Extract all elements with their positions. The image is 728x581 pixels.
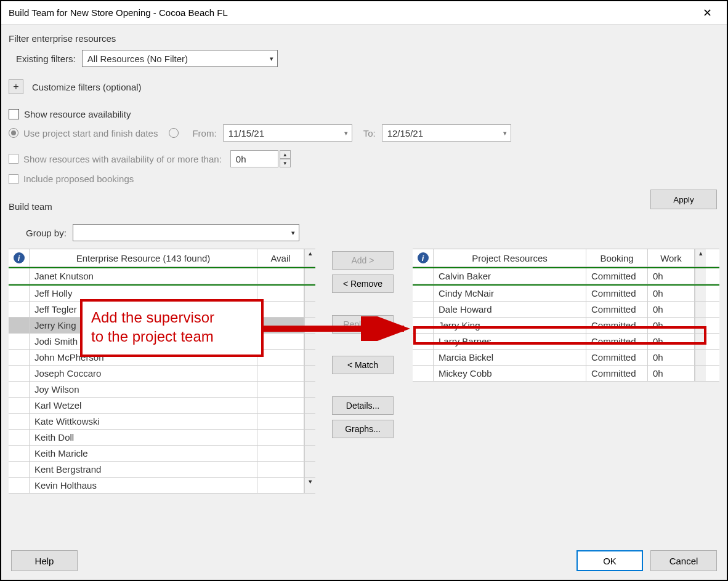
row-icon-cell bbox=[413, 302, 434, 317]
project-resource-name: Jerry King bbox=[434, 318, 586, 333]
table-row[interactable]: Marcia BickelCommitted0h bbox=[413, 350, 719, 366]
scrollbar-track[interactable] bbox=[695, 334, 706, 349]
project-resource-name: Calvin Baker bbox=[434, 268, 586, 284]
availability-threshold-input[interactable]: 0h bbox=[230, 150, 278, 167]
info-icon[interactable]: i bbox=[9, 249, 30, 266]
scrollbar-up-icon[interactable]: ▴ bbox=[695, 249, 706, 266]
scrollbar-track[interactable] bbox=[695, 366, 706, 381]
group-by-dropdown[interactable]: ▾ bbox=[73, 224, 299, 241]
close-button[interactable]: ✕ bbox=[695, 6, 719, 20]
column-enterprise-resource[interactable]: Enterprise Resource (143 found) bbox=[30, 249, 257, 266]
scrollbar-track[interactable] bbox=[304, 430, 315, 445]
work-value: 0h bbox=[648, 318, 695, 333]
row-icon-cell bbox=[9, 334, 30, 349]
table-row[interactable]: Kevin Holthaus▾ bbox=[9, 478, 315, 494]
scrollbar[interactable] bbox=[304, 268, 315, 284]
cancel-button[interactable]: Cancel bbox=[650, 550, 717, 571]
scrollbar-track[interactable] bbox=[304, 286, 315, 301]
availability-threshold-checkbox[interactable] bbox=[9, 154, 18, 164]
scrollbar-track[interactable] bbox=[304, 366, 315, 381]
scrollbar-track[interactable] bbox=[304, 462, 315, 477]
table-row[interactable]: Joseph Coccaro bbox=[9, 366, 315, 382]
scrollbar-track[interactable] bbox=[304, 414, 315, 429]
table-row[interactable]: Dale HowardCommitted0h bbox=[413, 302, 719, 318]
availability-threshold-spinner[interactable]: ▲▼ bbox=[280, 150, 291, 167]
scrollbar-up-icon[interactable]: ▴ bbox=[304, 249, 315, 266]
scrollbar-track[interactable] bbox=[695, 302, 706, 317]
custom-dates-radio[interactable] bbox=[169, 128, 179, 138]
column-avail[interactable]: Avail bbox=[257, 249, 304, 266]
resource-name: Kent Bergstrand bbox=[30, 462, 257, 477]
table-row[interactable]: Janet Knutson bbox=[9, 268, 315, 284]
row-icon-cell bbox=[413, 350, 434, 365]
row-icon-cell bbox=[9, 382, 30, 397]
chevron-down-icon: ▾ bbox=[344, 129, 348, 137]
table-row[interactable]: Keith Doll bbox=[9, 430, 315, 446]
add-filter-button[interactable]: + bbox=[9, 79, 23, 94]
scrollbar-track[interactable] bbox=[695, 268, 706, 284]
table-row[interactable]: Keith Maricle bbox=[9, 446, 315, 462]
use-project-dates-radio[interactable] bbox=[9, 128, 18, 138]
apply-button[interactable]: Apply bbox=[650, 190, 717, 209]
project-resource-name: Marcia Bickel bbox=[434, 350, 586, 365]
table-row[interactable]: Calvin BakerCommitted0h bbox=[413, 268, 719, 284]
window-title: Build Team for New Store Opening - Cocoa… bbox=[9, 7, 695, 18]
table-row[interactable]: Kate Wittkowski bbox=[9, 414, 315, 430]
availability-threshold-label: Show resources with availability of or m… bbox=[23, 154, 222, 164]
existing-filters-dropdown[interactable]: All Resources (No Filter) ▾ bbox=[82, 50, 278, 67]
work-value: 0h bbox=[648, 366, 695, 381]
scrollbar-track[interactable] bbox=[695, 286, 706, 301]
row-icon-cell bbox=[9, 286, 30, 301]
to-date-input[interactable]: 12/15/21 ▾ bbox=[382, 124, 511, 142]
scrollbar-track[interactable] bbox=[304, 446, 315, 461]
work-value: 0h bbox=[648, 286, 695, 301]
table-row[interactable]: Mickey CobbCommitted0h bbox=[413, 366, 719, 382]
info-icon[interactable]: i bbox=[413, 249, 434, 266]
scrollbar[interactable]: ▾ bbox=[304, 478, 315, 493]
scrollbar-track[interactable] bbox=[304, 382, 315, 397]
scrollbar-track[interactable] bbox=[695, 350, 706, 365]
annotation-callout: Add the supervisor to the project team bbox=[80, 299, 264, 357]
table-row[interactable]: Cindy McNairCommitted0h bbox=[413, 286, 719, 302]
resource-avail bbox=[257, 414, 304, 429]
booking-value: Committed bbox=[586, 334, 648, 349]
row-icon-cell bbox=[9, 398, 30, 413]
row-icon-cell bbox=[9, 414, 30, 429]
row-icon-cell bbox=[9, 302, 30, 317]
from-date-input[interactable]: 11/15/21 ▾ bbox=[223, 124, 352, 142]
project-resource-name: Dale Howard bbox=[434, 302, 586, 317]
row-icon-cell bbox=[9, 446, 30, 461]
column-booking[interactable]: Booking bbox=[586, 249, 648, 266]
details-button[interactable]: Details... bbox=[332, 396, 394, 415]
ok-button[interactable]: OK bbox=[576, 550, 643, 571]
column-work[interactable]: Work bbox=[648, 249, 695, 266]
table-row[interactable]: Jerry KingCommitted0h bbox=[413, 318, 719, 334]
booking-value: Committed bbox=[586, 350, 648, 365]
table-row[interactable]: Larry BarnesCommitted0h bbox=[413, 334, 719, 350]
remove-button[interactable]: < Remove bbox=[332, 274, 394, 293]
resource-avail bbox=[257, 462, 304, 477]
booking-value: Committed bbox=[586, 302, 648, 317]
graphs-button[interactable]: Graphs... bbox=[332, 420, 394, 438]
scrollbar-track[interactable] bbox=[304, 398, 315, 413]
resource-name: Karl Wetzel bbox=[30, 398, 257, 413]
add-button[interactable]: Add > bbox=[332, 251, 394, 270]
table-row[interactable]: Kent Bergstrand bbox=[9, 462, 315, 478]
table-row[interactable]: Joy Wilson bbox=[9, 382, 315, 398]
annotation-arrow-icon bbox=[264, 316, 414, 341]
resource-name: Joseph Coccaro bbox=[30, 366, 257, 381]
scrollbar-track[interactable] bbox=[304, 302, 315, 317]
resource-name: Janet Knutson bbox=[30, 268, 257, 284]
column-project-resources[interactable]: Project Resources bbox=[434, 249, 586, 266]
table-row[interactable]: Karl Wetzel bbox=[9, 398, 315, 414]
show-availability-checkbox[interactable] bbox=[9, 109, 19, 119]
match-button[interactable]: < Match bbox=[332, 356, 394, 374]
booking-value: Committed bbox=[586, 366, 648, 381]
include-proposed-checkbox[interactable] bbox=[9, 174, 18, 184]
resource-avail bbox=[257, 350, 304, 365]
help-button[interactable]: Help bbox=[11, 550, 78, 571]
scrollbar-track[interactable] bbox=[304, 350, 315, 365]
dialog-window: Build Team for New Store Opening - Cocoa… bbox=[0, 0, 728, 581]
resource-name: Keith Maricle bbox=[30, 446, 257, 461]
scrollbar-track[interactable] bbox=[695, 318, 706, 333]
